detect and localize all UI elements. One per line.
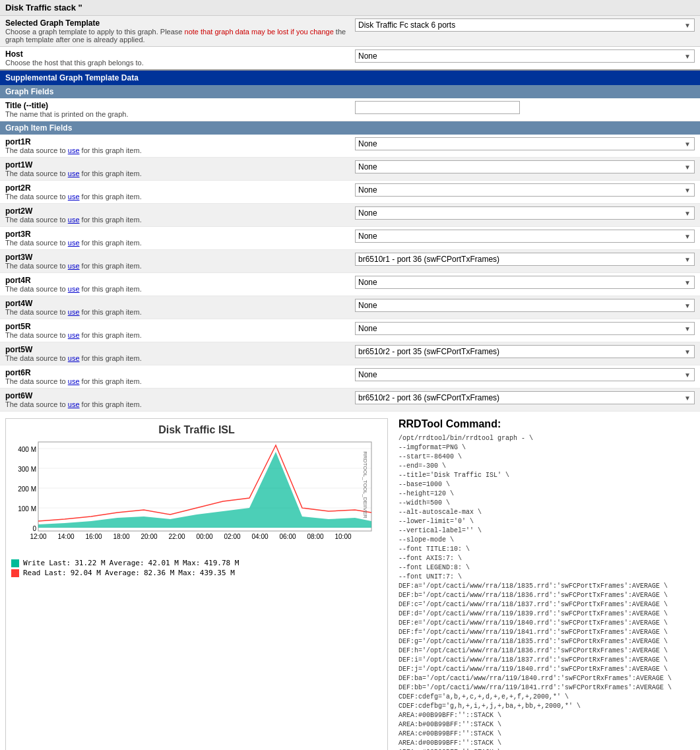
port-control-port1W[interactable]: None <box>355 160 695 173</box>
port-select-port1W[interactable]: None <box>355 160 695 173</box>
port-title-port3R: port3R <box>5 230 348 239</box>
port-title-port1R: port1R <box>5 137 348 146</box>
rrd-command-code: /opt/rrdtool/bin/rrdtool graph - \ --img… <box>398 434 695 750</box>
write-legend-last-value: 31.22 M <box>75 559 105 567</box>
port-select-wrapper-port3W[interactable]: br6510r1 - port 36 (swFCPortTxFrames) <box>355 253 695 266</box>
y-label-300: 300 M <box>18 466 36 473</box>
selected-graph-template-control[interactable]: Disk Traffic Fc stack 6 ports <box>355 18 695 32</box>
host-desc: Choose the host that this graph belongs … <box>5 59 348 67</box>
port-title-port6W: port6W <box>5 391 348 400</box>
y-label-100: 100 M <box>18 505 36 513</box>
port-row-port6R: port6RThe data source to use for this gr… <box>0 365 700 389</box>
graph-fields-header: Graph Fields <box>0 85 700 98</box>
port-control-port6R[interactable]: None <box>355 368 695 381</box>
title-field-desc: The name that is printed on the graph. <box>5 110 348 118</box>
port-control-port1R[interactable]: None <box>355 137 695 150</box>
port-label-port2W: port2WThe data source to use for this gr… <box>5 206 355 224</box>
title-field-control[interactable]: Disk Traffic ISL <box>355 101 695 114</box>
selected-graph-template-title: Selected Graph Template <box>5 18 348 28</box>
port-control-port6W[interactable]: br6510r2 - port 36 (swFCPortTxFrames) <box>355 391 695 404</box>
port-label-port2R: port2RThe data source to use for this gr… <box>5 183 355 201</box>
port-select-port4W[interactable]: None <box>355 299 695 312</box>
port-select-wrapper-port2R[interactable]: None <box>355 183 695 197</box>
port-desc-port4R: The data source to use for this graph it… <box>5 285 348 293</box>
read-color-box <box>11 569 19 577</box>
title-row: Title (--title) The name that is printed… <box>0 98 700 121</box>
port-desc-port3R: The data source to use for this graph it… <box>5 239 348 247</box>
port-select-port3W[interactable]: br6510r1 - port 36 (swFCPortTxFrames) <box>355 253 695 266</box>
read-legend-last-label: Last: <box>45 569 67 577</box>
write-legend-row: Write Last: 31.22 M Average: 42.01 M Max… <box>11 559 382 567</box>
x-label-2200: 22:00 <box>168 533 185 540</box>
graph-legend: Write Last: 31.22 M Average: 42.01 M Max… <box>11 559 382 577</box>
port-select-wrapper-port5W[interactable]: br6510r2 - port 35 (swFCPortTxFrames) <box>355 345 695 358</box>
port-label-port5W: port5WThe data source to use for this gr… <box>5 345 355 362</box>
port-select-wrapper-port4W[interactable]: None <box>355 299 695 312</box>
port-title-port2R: port2R <box>5 183 348 193</box>
write-legend-avg-value: 42.01 M <box>148 559 179 567</box>
port-control-port4R[interactable]: None <box>355 276 695 289</box>
port-select-wrapper-port3R[interactable]: None <box>355 230 695 243</box>
write-legend-last-label: Last: <box>49 559 71 567</box>
selected-graph-template-select[interactable]: Disk Traffic Fc stack 6 ports <box>355 18 695 32</box>
port-select-wrapper-port6R[interactable]: None <box>355 368 695 381</box>
port-select-port6W[interactable]: br6510r2 - port 36 (swFCPortTxFrames) <box>355 391 695 404</box>
host-title: Host <box>5 49 348 59</box>
title-input[interactable]: Disk Traffic ISL <box>355 101 520 114</box>
port-select-wrapper-port1R[interactable]: None <box>355 137 695 150</box>
port-label-port1R: port1RThe data source to use for this gr… <box>5 137 355 154</box>
port-title-port6R: port6R <box>5 368 348 377</box>
supplemental-header: Supplemental Graph Template Data <box>0 71 700 85</box>
host-control[interactable]: None <box>355 49 695 63</box>
graph-chart-title: Disk Traffic ISL <box>11 424 382 436</box>
port-select-port6R[interactable]: None <box>355 368 695 381</box>
y-label-0: 0 <box>32 525 36 532</box>
read-legend-row: Read Last: 92.04 M Average: 82.36 M Max:… <box>11 569 382 577</box>
y-label-400: 400 M <box>18 446 36 453</box>
port-label-port5R: port5RThe data source to use for this gr… <box>5 322 355 339</box>
rrd-command-title: RRDTool Command: <box>398 418 695 430</box>
port-desc-port6W: The data source to use for this graph it… <box>5 400 348 408</box>
host-select-wrapper[interactable]: None <box>355 49 695 63</box>
port-desc-port2R: The data source to use for this graph it… <box>5 193 348 201</box>
port-desc-port6R: The data source to use for this graph it… <box>5 377 348 385</box>
write-color-box <box>11 559 19 567</box>
port-select-port5W[interactable]: br6510r2 - port 35 (swFCPortTxFrames) <box>355 345 695 358</box>
port-desc-port1W: The data source to use for this graph it… <box>5 170 348 177</box>
port-control-port2R[interactable]: None <box>355 183 695 197</box>
port-row-port4W: port4WThe data source to use for this gr… <box>0 296 700 319</box>
port-select-port3R[interactable]: None <box>355 230 695 243</box>
port-control-port4W[interactable]: None <box>355 299 695 312</box>
port-select-port2W[interactable]: None <box>355 206 695 220</box>
host-select[interactable]: None <box>355 49 695 63</box>
read-legend-label: Read <box>23 569 41 577</box>
x-label-1600: 16:00 <box>85 533 102 540</box>
port-select-wrapper-port4R[interactable]: None <box>355 276 695 289</box>
x-label-2000: 20:00 <box>141 533 157 540</box>
port-select-wrapper-port2W[interactable]: None <box>355 206 695 220</box>
port-select-port1R[interactable]: None <box>355 137 695 150</box>
port-rows-container: port1RThe data source to use for this gr… <box>0 135 700 412</box>
port-label-port6R: port6RThe data source to use for this gr… <box>5 368 355 385</box>
x-label-0200: 02:00 <box>224 533 240 540</box>
selected-graph-template-select-wrapper[interactable]: Disk Traffic Fc stack 6 ports <box>355 18 695 32</box>
port-select-port4R[interactable]: None <box>355 276 695 289</box>
port-row-port5R: port5RThe data source to use for this gr… <box>0 319 700 342</box>
port-row-port3W: port3WThe data source to use for this gr… <box>0 250 700 273</box>
x-label-1000: 10:00 <box>334 533 351 540</box>
port-select-port5R[interactable]: None <box>355 322 695 335</box>
port-control-port2W[interactable]: None <box>355 206 695 220</box>
port-title-port4W: port4W <box>5 299 348 308</box>
port-control-port3W[interactable]: br6510r1 - port 36 (swFCPortTxFrames) <box>355 253 695 266</box>
x-label-0800: 08:00 <box>307 533 323 540</box>
port-label-port3W: port3WThe data source to use for this gr… <box>5 253 355 270</box>
port-select-wrapper-port5R[interactable]: None <box>355 322 695 335</box>
read-line <box>38 445 371 521</box>
port-control-port5W[interactable]: br6510r2 - port 35 (swFCPortTxFrames) <box>355 345 695 358</box>
port-select-port2R[interactable]: None <box>355 183 695 197</box>
port-control-port3R[interactable]: None <box>355 230 695 243</box>
port-select-wrapper-port6W[interactable]: br6510r2 - port 36 (swFCPortTxFrames) <box>355 391 695 404</box>
port-control-port5R[interactable]: None <box>355 322 695 335</box>
port-select-wrapper-port1W[interactable]: None <box>355 160 695 173</box>
x-label-1400: 14:00 <box>57 533 74 540</box>
